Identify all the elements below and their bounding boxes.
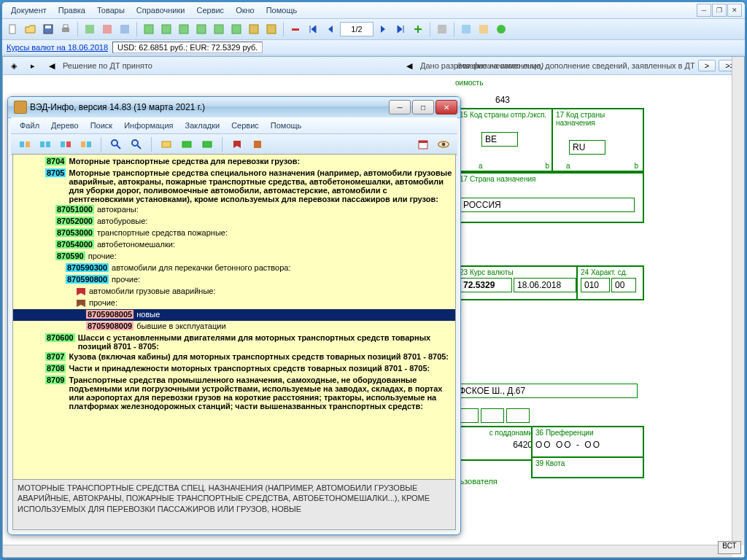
tb-first[interactable] [305,21,321,37]
tb-open[interactable] [23,21,39,37]
tree-row-8705908009[interactable]: 8705908009бывшие в эксплуатации [13,321,455,332]
tb-btn8[interactable] [141,21,157,37]
tree-row-gruz[interactable]: автомобили грузовые аварийные: [13,286,455,298]
tb-btn13[interactable] [228,21,244,37]
f23-date[interactable] [514,278,576,292]
ved-titlebar[interactable]: ВЭД-Инфо, версия 14.83 (19 марта 2021 г.… [8,97,460,118]
ved-menu-tree[interactable]: Дерево [45,119,85,132]
ved-menubar[interactable]: Файл Дерево Поиск Информация Закладки Се… [11,117,457,134]
f24-b[interactable] [611,278,636,292]
tb-btn7[interactable] [117,21,133,37]
tb-btn12[interactable] [211,21,227,37]
tb-btn10[interactable] [176,21,192,37]
tb-btn14[interactable] [246,21,262,37]
vtb-zoomin[interactable] [108,136,124,152]
f17-value[interactable] [569,140,605,155]
tree-row-87051000[interactable]: 87051000автокраны: [13,204,455,216]
tb-btn9[interactable] [158,21,174,37]
f15a: a [479,162,483,170]
tree-row-870590[interactable]: 870590прочие: [13,251,455,262]
tb-btn20[interactable] [434,21,450,37]
f15-value[interactable] [481,132,518,147]
vtb-eye[interactable] [436,136,452,152]
menu-edit[interactable]: Правка [53,4,91,17]
vtb-cal[interactable] [415,136,431,152]
tb-print[interactable] [58,21,74,37]
main-menubar[interactable]: Документ Правка Товары Справочники Серви… [2,2,745,19]
tb-prev[interactable] [322,21,338,37]
ved-menu-service[interactable]: Сервис [225,119,265,132]
tree-row-870600[interactable]: 870600Шасси с установленными двигателями… [13,332,455,351]
menu-goods[interactable]: Товары [91,4,131,17]
ved-close-button[interactable]: ✕ [436,100,457,114]
user-label: льзователя [455,477,498,486]
tb-new[interactable] [5,21,21,37]
ved-menu-help[interactable]: Помощь [265,119,308,132]
ved-menu-file[interactable]: Файл [14,119,45,132]
tb-btn21[interactable] [458,21,474,37]
tb-btn5[interactable] [82,21,98,37]
tree-row-8705[interactable]: 8705Моторные транспортные средства специ… [13,168,455,204]
tree-row-8709[interactable]: 8709Транспортные средства промышленного … [13,375,455,411]
f23-rate[interactable] [460,278,512,292]
tb-save[interactable] [40,21,56,37]
form-scroll-v[interactable] [732,57,744,545]
tree-row-870590800[interactable]: 870590800прочие: [13,274,455,286]
ved-menu-info[interactable]: Информация [118,119,179,132]
small2[interactable] [481,408,504,423]
menu-service[interactable]: Сервис [190,4,230,17]
addr-value[interactable] [455,384,638,398]
vtb-4[interactable] [78,136,94,152]
ved-menu-search[interactable]: Поиск [85,119,118,132]
cost-label: оимость [455,79,483,87]
mdi-min[interactable]: ─ [697,4,711,17]
tree-panel[interactable]: 8704Моторные транспортные средства для п… [12,154,456,483]
vtb-1[interactable] [17,136,33,152]
tb-btn22[interactable] [476,21,492,37]
menu-doc[interactable]: Документ [5,4,53,17]
ved-menu-bookmarks[interactable]: Закладки [179,119,226,132]
f17c-value[interactable] [460,198,635,212]
tb-btn15[interactable] [263,21,279,37]
ved-minimize-button[interactable]: ─ [389,100,411,114]
tb-minus[interactable] [287,21,303,37]
tb-btn11[interactable] [193,21,209,37]
form-scroll-h[interactable] [3,545,732,557]
tree-row-870590300[interactable]: 870590300автомобили для перекачки бетонн… [13,262,455,274]
tb-btn6[interactable] [99,21,115,37]
tree-row-8707[interactable]: 8707Кузова (включая кабины) для моторных… [13,351,455,363]
tb-last[interactable] [392,21,409,37]
tree-row-87054000[interactable]: 87054000автобетономешалки: [13,239,455,251]
page-input[interactable] [340,22,374,36]
vtb-6[interactable] [179,136,195,152]
tree-row-8704[interactable]: 8704Моторные транспортные средства для п… [13,156,455,168]
vtb-zoomout[interactable] [128,136,144,152]
small3[interactable] [506,408,530,423]
ved-maximize-button[interactable]: □ [412,100,434,114]
vtb-5[interactable] [158,136,174,152]
menu-dir[interactable]: Справочники [131,4,191,17]
svg-rect-34 [182,141,191,147]
mdi-restore[interactable]: ❐ [712,4,727,17]
tree-row-selected[interactable]: 8705908005новые [13,309,455,321]
f24-a[interactable] [581,278,610,292]
tree-row-87052000[interactable]: 87052000автобуровые: [13,216,455,228]
vtb-book[interactable] [229,136,245,152]
bst-button[interactable]: ВСТ [718,541,741,554]
tb-btn23[interactable] [493,21,509,37]
svg-point-31 [132,140,138,146]
tb-plus[interactable] [410,21,426,37]
rates-link[interactable]: Курсы валют на 18.06.2018 [7,43,108,52]
mdi-close[interactable]: ✕ [727,4,742,17]
vtb-bookalt[interactable] [249,136,266,152]
tree-row-87053000[interactable]: 87053000транспортные средства пожарные: [13,228,455,239]
vtb-7[interactable] [199,136,215,152]
menu-window[interactable]: Окно [230,4,260,17]
tb-next[interactable] [375,21,391,37]
tree-row-prochie[interactable]: прочие: [13,298,455,309]
val-643: 643 [495,95,510,105]
vtb-3[interactable] [58,136,74,152]
tree-row-8708[interactable]: 8708Части и принадлежности моторных тран… [13,363,455,375]
menu-help[interactable]: Помощь [260,4,303,17]
vtb-2[interactable] [37,136,53,152]
